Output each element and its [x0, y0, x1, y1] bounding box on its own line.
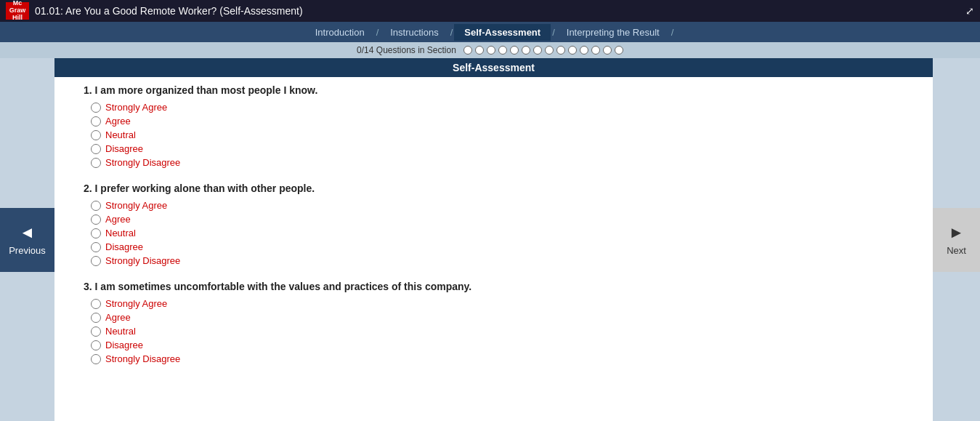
page-title: 01.01: Are You a Good Remote Worker? (Se…	[35, 5, 303, 17]
radio-q2-opt4[interactable]	[91, 242, 101, 252]
radio-q1-opt3[interactable]	[91, 130, 101, 140]
option-label-q1-2[interactable]: Agree	[105, 116, 131, 127]
option-label-q2-5[interactable]: Strongly Disagree	[105, 255, 180, 266]
progress-dot-5	[510, 46, 519, 55]
progress-text: 0/14 Questions in Section	[357, 45, 456, 55]
option-row-2-4: Disagree	[91, 241, 918, 252]
progress-dot-9	[556, 46, 565, 55]
option-row-1-3: Neutral	[91, 129, 918, 140]
main-layout: ◄ Previous Self-Assessment 1. I am more …	[0, 58, 980, 421]
radio-q2-opt2[interactable]	[91, 214, 101, 225]
radio-q2-opt5[interactable]	[91, 256, 101, 266]
options-3: Strongly AgreeAgreeNeutralDisagreeStrong…	[91, 298, 918, 364]
tab-introduction[interactable]: Introduction	[305, 24, 375, 41]
nav-tabs: Introduction / Instructions / Self-Asses…	[0, 22, 980, 42]
progress-dot-12	[591, 46, 600, 55]
option-label-q3-2[interactable]: Agree	[105, 312, 131, 323]
tab-interpreting-result[interactable]: Interpreting the Result	[556, 24, 670, 41]
progress-dot-2	[475, 46, 484, 55]
radio-q3-opt4[interactable]	[91, 340, 101, 350]
progress-bar-area: 0/14 Questions in Section	[0, 42, 980, 58]
option-row-1-5: Strongly Disagree	[91, 157, 918, 168]
option-label-q1-5[interactable]: Strongly Disagree	[105, 157, 180, 168]
progress-dot-6	[522, 46, 530, 55]
progress-dot-10	[568, 46, 577, 55]
radio-q2-opt1[interactable]	[91, 201, 101, 211]
radio-q3-opt5[interactable]	[91, 354, 101, 364]
option-label-q2-2[interactable]: Agree	[105, 214, 131, 225]
question-block-3: 3. I am sometimes uncomfortable with the…	[84, 281, 918, 364]
question-text-3: 3. I am sometimes uncomfortable with the…	[84, 281, 918, 292]
option-label-q2-4[interactable]: Disagree	[105, 241, 143, 252]
next-button[interactable]: ► Next	[933, 208, 980, 272]
option-row-3-3: Neutral	[91, 326, 918, 337]
option-label-q2-1[interactable]: Strongly Agree	[105, 200, 167, 211]
progress-dot-1	[463, 46, 472, 55]
option-row-1-4: Disagree	[91, 143, 918, 154]
progress-dot-11	[580, 46, 588, 55]
section-header: Self-Assessment	[54, 58, 933, 77]
progress-dot-8	[545, 46, 554, 55]
radio-q3-opt1[interactable]	[91, 299, 101, 309]
radio-q1-opt1[interactable]	[91, 103, 101, 113]
option-label-q1-4[interactable]: Disagree	[105, 143, 143, 154]
previous-label: Previous	[9, 245, 46, 256]
options-1: Strongly AgreeAgreeNeutralDisagreeStrong…	[91, 102, 918, 168]
previous-arrow-icon: ◄	[20, 223, 36, 242]
mcgraw-logo: Mc Graw Hill	[6, 2, 29, 20]
option-label-q3-5[interactable]: Strongly Disagree	[105, 353, 180, 364]
previous-button[interactable]: ◄ Previous	[0, 208, 54, 272]
option-row-3-5: Strongly Disagree	[91, 353, 918, 364]
question-block-2: 2. I prefer working alone than with othe…	[84, 183, 918, 266]
progress-dot-4	[498, 46, 507, 55]
option-row-2-3: Neutral	[91, 228, 918, 238]
progress-dot-14	[615, 46, 623, 55]
option-label-q3-4[interactable]: Disagree	[105, 340, 143, 350]
option-row-2-1: Strongly Agree	[91, 200, 918, 211]
content-area: Self-Assessment 1. I am more organized t…	[54, 58, 933, 421]
radio-q1-opt5[interactable]	[91, 158, 101, 168]
progress-dot-3	[487, 46, 495, 55]
top-bar-left: Mc Graw Hill 01.01: Are You a Good Remot…	[6, 2, 303, 20]
progress-dot-7	[533, 46, 542, 55]
option-label-q2-3[interactable]: Neutral	[105, 228, 136, 238]
expand-icon[interactable]: ⤢	[965, 5, 974, 17]
radio-q3-opt2[interactable]	[91, 313, 101, 323]
tab-self-assessment[interactable]: Self-Assessment	[454, 24, 551, 41]
question-text-2: 2. I prefer working alone than with othe…	[84, 183, 918, 194]
option-row-3-1: Strongly Agree	[91, 298, 918, 309]
radio-q2-opt3[interactable]	[91, 228, 101, 238]
option-row-2-5: Strongly Disagree	[91, 255, 918, 266]
top-bar: Mc Graw Hill 01.01: Are You a Good Remot…	[0, 0, 980, 22]
radio-q1-opt4[interactable]	[91, 144, 101, 154]
option-row-3-2: Agree	[91, 312, 918, 323]
option-label-q3-3[interactable]: Neutral	[105, 326, 136, 337]
option-row-1-2: Agree	[91, 116, 918, 127]
options-2: Strongly AgreeAgreeNeutralDisagreeStrong…	[91, 200, 918, 266]
radio-q1-opt2[interactable]	[91, 116, 101, 127]
option-row-3-4: Disagree	[91, 340, 918, 350]
progress-dot-13	[603, 46, 612, 55]
next-arrow-icon: ►	[949, 223, 965, 242]
option-row-2-2: Agree	[91, 214, 918, 225]
radio-q3-opt3[interactable]	[91, 326, 101, 337]
question-block-1: 1. I am more organized than most people …	[84, 84, 918, 168]
questions-scroll[interactable]: 1. I am more organized than most people …	[54, 77, 933, 421]
option-label-q1-3[interactable]: Neutral	[105, 129, 136, 140]
option-row-1-1: Strongly Agree	[91, 102, 918, 113]
option-label-q1-1[interactable]: Strongly Agree	[105, 102, 167, 113]
next-label: Next	[947, 245, 966, 256]
question-text-1: 1. I am more organized than most people …	[84, 84, 918, 96]
tab-instructions[interactable]: Instructions	[380, 24, 448, 41]
progress-dots	[463, 46, 623, 55]
option-label-q3-1[interactable]: Strongly Agree	[105, 298, 167, 309]
